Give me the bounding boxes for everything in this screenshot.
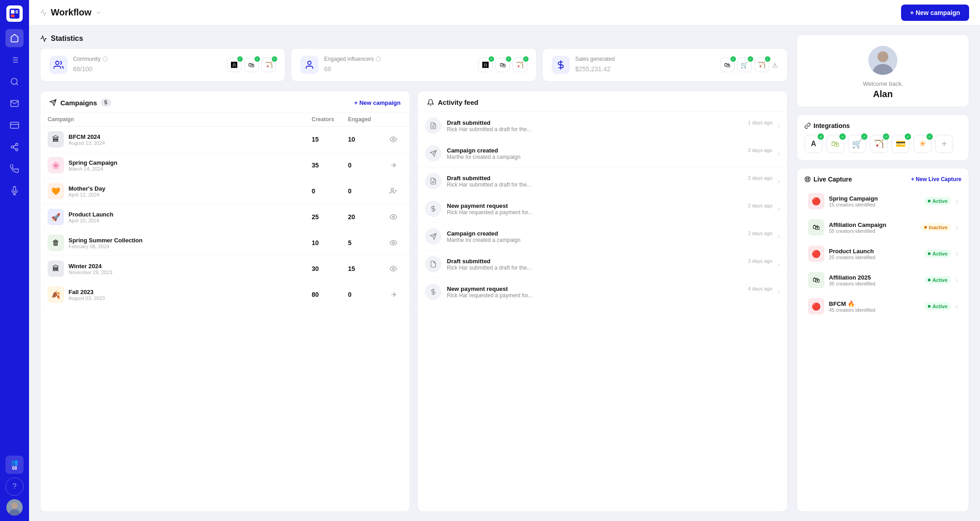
sidebar-item-calls[interactable] bbox=[5, 160, 24, 178]
topbar-title-workflow[interactable]: Workflow bbox=[40, 7, 102, 18]
community-info-icon bbox=[103, 56, 108, 62]
live-capture-header: Live Capture + New Live Capture bbox=[804, 176, 961, 183]
campaign-row-summer[interactable]: 🗑 Spring Summer Collection February 08, … bbox=[40, 230, 410, 256]
integration-chip-adobe[interactable]: 🏹✓ bbox=[870, 135, 888, 153]
sales-value: $255,231.42 bbox=[575, 62, 715, 74]
engaged-fall: 0 bbox=[348, 291, 384, 298]
action-icon-winter[interactable] bbox=[384, 265, 402, 272]
action-icon-bfcm[interactable] bbox=[384, 136, 402, 143]
capture-item-spring[interactable]: 🔴 Spring Campaign 15 creators identified… bbox=[804, 188, 961, 214]
svg-line-57 bbox=[808, 177, 809, 178]
sidebar-item-help[interactable]: ? bbox=[5, 477, 24, 496]
status-product-lc: Active bbox=[924, 250, 951, 258]
community-icon bbox=[49, 56, 68, 74]
creators-spring: 35 bbox=[312, 162, 348, 169]
chip-check-8: ✓ bbox=[748, 56, 753, 62]
community-value: 68/100 bbox=[73, 62, 221, 74]
sidebar-item-list[interactable] bbox=[5, 51, 24, 69]
chip-check-9: ✓ bbox=[765, 56, 770, 62]
campaign-row-spring[interactable]: 🌸 Spring Campaign March 14, 2024 35 0 bbox=[40, 152, 410, 178]
activity-item-draft2[interactable]: Draft submitted 2 days ago Rick Har subm… bbox=[418, 167, 787, 195]
user-avatar bbox=[868, 46, 897, 75]
activity-item-payment2[interactable]: New payment request 4 days ago Rick Har … bbox=[418, 278, 787, 306]
engaged-summer: 5 bbox=[348, 239, 384, 246]
sidebar-community-badge[interactable]: 👥 68 bbox=[5, 456, 24, 474]
campaign-name-fall: Fall 2023 bbox=[69, 289, 105, 295]
activity-item-campaign2[interactable]: Campaign created 2 days ago Marthe Ini c… bbox=[418, 223, 787, 251]
campaign-name-summer: Spring Summer Collection bbox=[69, 237, 142, 244]
integration-chip-asterisk[interactable]: ✳✓ bbox=[913, 135, 931, 153]
capture-item-product[interactable]: 🔴 Product Launch 25 creators identified … bbox=[804, 241, 961, 266]
community-stat-content: Community 68/100 bbox=[73, 56, 221, 74]
activity-item-payment1[interactable]: New payment request 2 days ago Rick Har … bbox=[418, 195, 787, 223]
download-icon[interactable] bbox=[772, 58, 778, 72]
svg-point-34 bbox=[392, 138, 394, 140]
sidebar-item-messages[interactable] bbox=[5, 94, 24, 113]
activity-time-draft1: 1 days ago bbox=[748, 120, 773, 125]
activity-content-draft2: Draft submitted 2 days ago Rick Har subm… bbox=[447, 175, 772, 188]
creators-summer: 10 bbox=[312, 239, 348, 246]
campaign-name-product: Product Launch bbox=[69, 211, 113, 218]
activity-chevron-campaign1: › bbox=[778, 150, 780, 157]
activity-item-campaign1[interactable]: Campaign created 2 days ago Marthe Ini c… bbox=[418, 140, 787, 167]
campaign-info-summer: 🗑 Spring Summer Collection February 08, … bbox=[48, 235, 312, 251]
engaged-bfcm: 10 bbox=[348, 136, 384, 143]
sidebar-item-network[interactable] bbox=[5, 138, 24, 156]
activity-content-campaign1: Campaign created 2 days ago Marthe Ini c… bbox=[447, 147, 772, 160]
action-icon-spring[interactable] bbox=[384, 162, 402, 169]
sidebar-item-search[interactable] bbox=[5, 73, 24, 91]
activity-icon-draft1 bbox=[425, 118, 441, 134]
chip-alpha-2: 🅰✓ bbox=[478, 58, 493, 72]
activity-item-draft3[interactable]: Draft submitted 3 days ago Rick Har subm… bbox=[418, 251, 787, 278]
campaign-row-fall[interactable]: 🍂 Fall 2023 August 03, 2023 80 0 bbox=[40, 282, 410, 308]
capture-item-aff2025[interactable]: 🛍 Affiliation 2025 35 creators identifie… bbox=[804, 267, 961, 293]
capture-chevron-spring: › bbox=[956, 197, 958, 205]
campaigns-count-badge: 5 bbox=[101, 98, 111, 107]
creators-product: 25 bbox=[312, 213, 348, 221]
integration-chip-woo[interactable]: 🛒✓ bbox=[848, 135, 866, 153]
action-icon-product[interactable] bbox=[384, 213, 402, 221]
status-dot-bfcm-lc bbox=[928, 305, 931, 308]
activity-time-campaign1: 2 days ago bbox=[748, 147, 773, 153]
integration-chip-alpha[interactable]: A✓ bbox=[804, 135, 823, 153]
activity-chevron-draft3: › bbox=[778, 260, 780, 268]
asterisk-check: ✓ bbox=[926, 133, 933, 140]
sidebar-item-audio[interactable] bbox=[5, 182, 24, 200]
campaign-info-spring: 🌸 Spring Campaign March 14, 2024 bbox=[48, 157, 312, 173]
campaign-row-winter[interactable]: 🏛 Winter 2024 November 29, 2023 30 15 bbox=[40, 256, 410, 282]
campaigns-megaphone-icon bbox=[49, 99, 57, 106]
integrations-grid: A✓ 🛍✓ 🛒✓ 🏹✓ 💳✓ ✳✓ + bbox=[804, 135, 961, 153]
action-icon-mothers[interactable] bbox=[384, 187, 402, 195]
sidebar-item-payments[interactable] bbox=[5, 116, 24, 134]
campaign-row-mothers[interactable]: 🧡 Mother's Day April 12, 2024 0 0 bbox=[40, 178, 410, 204]
engaged-icon bbox=[300, 56, 318, 74]
sidebar-user-avatar[interactable] bbox=[6, 499, 23, 516]
action-icon-fall[interactable] bbox=[384, 291, 402, 298]
campaign-date-spring: March 14, 2024 bbox=[69, 166, 118, 172]
campaign-row-bfcm2024[interactable]: 🏛 BFCM 2024 August 13, 2024 15 10 bbox=[40, 127, 410, 152]
status-bfcm-lc: Active bbox=[924, 302, 951, 310]
new-live-capture-button[interactable]: + New Live Capture bbox=[911, 176, 961, 182]
integration-chip-paypal[interactable]: 💳✓ bbox=[892, 135, 910, 153]
new-campaign-link[interactable]: + New campaign bbox=[354, 99, 401, 106]
creators-fall: 80 bbox=[312, 291, 348, 298]
community-integration-chips: 🅰✓ 🛍✓ 🏹✓ bbox=[227, 58, 276, 72]
svg-point-53 bbox=[807, 178, 809, 181]
integration-chip-shopify[interactable]: 🛍✓ bbox=[826, 135, 844, 153]
action-icon-summer[interactable] bbox=[384, 239, 402, 246]
capture-thumb-spring: 🔴 bbox=[808, 193, 824, 209]
campaign-row-product[interactable]: 🚀 Product Launch April 10, 2024 25 20 bbox=[40, 204, 410, 230]
capture-item-bfcm[interactable]: 🔴 BFCM 🔥 45 creators identified Active › bbox=[804, 294, 961, 319]
svg-point-41 bbox=[392, 268, 394, 270]
sales-label: Sales generated bbox=[575, 56, 715, 62]
integration-chip-add[interactable]: + bbox=[935, 135, 953, 153]
activity-chevron-campaign2: › bbox=[778, 233, 780, 240]
campaign-thumb-bfcm: 🏛 bbox=[48, 131, 64, 147]
activity-item-draft1[interactable]: Draft submitted 1 days ago Rick Har subm… bbox=[418, 112, 787, 140]
sidebar-item-campaigns[interactable] bbox=[5, 29, 24, 47]
sidebar-logo[interactable] bbox=[6, 5, 23, 22]
capture-item-affiliation[interactable]: 🛍 Affiliation Campaign 55 creators ident… bbox=[804, 215, 961, 240]
new-campaign-button[interactable]: + New campaign bbox=[901, 5, 969, 21]
capture-thumb-aff2025: 🛍 bbox=[808, 272, 824, 288]
activity-title: Activity feed bbox=[438, 98, 478, 106]
